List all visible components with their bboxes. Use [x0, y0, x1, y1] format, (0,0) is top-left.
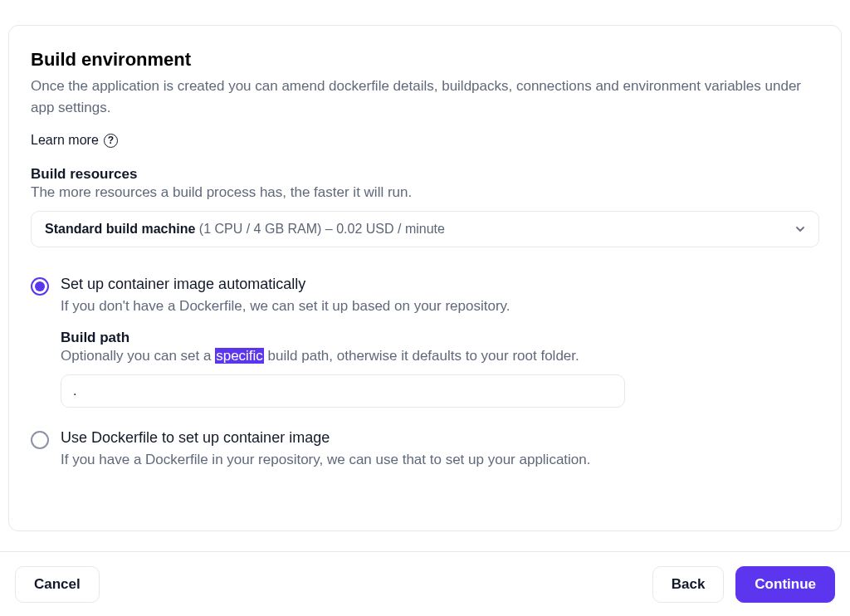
footer-bar: Cancel Back Continue — [0, 551, 850, 616]
build-resources-selected-name: Standard build machine — [45, 222, 195, 236]
radio-option-dockerfile: Use Dockerfile to set up container image… — [31, 429, 819, 468]
continue-button[interactable]: Continue — [735, 566, 835, 603]
build-path-desc-pre: Optionally you can set a — [61, 348, 215, 364]
learn-more-link[interactable]: Learn more — [31, 133, 118, 148]
radio-option-auto: Set up container image automatically If … — [31, 276, 819, 408]
build-resources-selected-detail: (1 CPU / 4 GB RAM) – 0.02 USD / minute — [195, 222, 445, 236]
radio-auto[interactable] — [31, 277, 49, 296]
build-path-section: Build path Optionally you can set a spec… — [61, 330, 819, 408]
radio-auto-title: Set up container image automatically — [61, 276, 819, 293]
build-path-label: Build path — [61, 330, 819, 346]
build-path-desc-highlight: specific — [215, 348, 264, 364]
build-resources-label: Build resources — [31, 166, 819, 183]
page-title: Build environment — [31, 49, 819, 71]
radio-auto-desc: If you don't have a Dockerfile, we can s… — [61, 298, 819, 315]
container-setup-radio-group: Set up container image automatically If … — [31, 276, 819, 468]
page-subtitle: Once the application is created you can … — [31, 76, 819, 118]
build-path-desc: Optionally you can set a specific build … — [61, 348, 819, 364]
back-button[interactable]: Back — [652, 566, 725, 603]
radio-dot-icon — [35, 281, 45, 291]
build-resources-section: Build resources The more resources a bui… — [31, 166, 819, 247]
learn-more-label: Learn more — [31, 133, 99, 148]
build-path-desc-post: build path, otherwise it defaults to you… — [264, 348, 579, 364]
help-icon — [104, 134, 118, 148]
build-environment-card: Build environment Once the application i… — [8, 25, 842, 531]
build-path-input[interactable] — [61, 374, 625, 408]
build-resources-select[interactable]: Standard build machine (1 CPU / 4 GB RAM… — [31, 211, 819, 247]
cancel-button[interactable]: Cancel — [15, 566, 100, 603]
radio-dockerfile[interactable] — [31, 431, 49, 449]
build-resources-desc: The more resources a build process has, … — [31, 184, 819, 201]
chevron-down-icon — [795, 224, 805, 234]
radio-dockerfile-title: Use Dockerfile to set up container image — [61, 429, 819, 447]
radio-dockerfile-desc: If you have a Dockerfile in your reposit… — [61, 452, 819, 468]
build-resources-selected: Standard build machine (1 CPU / 4 GB RAM… — [45, 222, 445, 237]
